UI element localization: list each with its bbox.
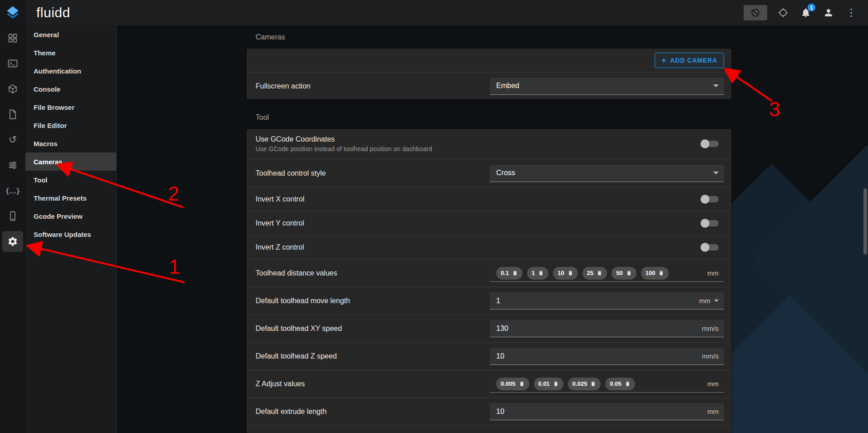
emergency-stop-button[interactable] xyxy=(744,5,767,20)
z-adjust-values-row: Z Adjust values 0.005 0.01 0.025 xyxy=(247,370,731,398)
rail-history-button[interactable]: ↺ xyxy=(0,127,25,153)
move-length-field: mm xyxy=(490,292,724,310)
rail-console-button[interactable] xyxy=(0,51,25,76)
distance-chip[interactable]: 0.1 xyxy=(496,267,523,280)
invert-x-label: Invert X control xyxy=(256,195,305,203)
distance-chip[interactable]: 100 xyxy=(641,267,669,280)
fullscreen-action-value: Embed xyxy=(496,82,519,90)
fullscreen-action-select[interactable]: Embed xyxy=(490,78,724,95)
z-adjust-chip[interactable]: 0.005 xyxy=(496,378,529,390)
chevron-down-icon[interactable] xyxy=(714,300,719,302)
notification-badge: 1 xyxy=(808,4,815,11)
gcode-preview-icon xyxy=(7,84,18,94)
invert-y-toggle[interactable] xyxy=(702,220,719,226)
z-speed-input[interactable] xyxy=(496,352,697,360)
settings-nav-macros[interactable]: Macros xyxy=(25,134,116,153)
dots-vertical-icon: ⋮ xyxy=(846,8,856,18)
z-speed-row: Default toolhead Z speed mm/s xyxy=(247,342,731,370)
cameras-card: + ADD CAMERA Fullscreen action Embed xyxy=(247,49,731,99)
extrude-length-label: Default extrude length xyxy=(256,408,327,416)
toolhead-control-style-row: Toolhead control style Cross xyxy=(247,159,731,187)
z-speed-field: mm/s xyxy=(490,348,724,365)
add-camera-label: ADD CAMERA xyxy=(670,57,717,64)
person-icon xyxy=(823,7,834,18)
z-adjust-chip[interactable]: 0.01 xyxy=(534,378,563,390)
z-adjust-chip[interactable]: 0.025 xyxy=(568,378,601,390)
invert-z-toggle[interactable] xyxy=(702,244,719,251)
z-adjust-unit: mm xyxy=(707,380,719,388)
delete-icon[interactable] xyxy=(658,270,664,276)
settings-nav-general[interactable]: General xyxy=(25,25,116,44)
rail-gcode-preview-button[interactable] xyxy=(0,76,25,102)
move-length-input[interactable] xyxy=(496,297,695,305)
z-adjust-chipfield: 0.005 0.01 0.025 0.05 mm xyxy=(490,375,724,393)
move-length-label: Default toolhead move length xyxy=(256,297,350,305)
delete-icon[interactable] xyxy=(519,381,525,387)
invert-y-label: Invert Y control xyxy=(256,219,304,227)
invert-z-row: Invert Z control xyxy=(247,235,731,259)
toolhead-distance-values-label: Toolhead distance values xyxy=(256,269,337,277)
delete-icon[interactable] xyxy=(512,270,518,276)
cameras-section-title: Cameras xyxy=(256,33,285,41)
nav-rail: ↺ {…} xyxy=(0,25,25,433)
settings-nav-authentication[interactable]: Authentication xyxy=(25,62,116,80)
extrude-length-field: mm xyxy=(490,403,724,420)
settings-nav-cameras[interactable]: Cameras xyxy=(25,153,116,171)
settings-nav-tool[interactable]: Tool xyxy=(25,171,116,189)
delete-icon[interactable] xyxy=(553,381,559,387)
app-logo[interactable] xyxy=(0,0,25,25)
overflow-menu-button[interactable]: ⋮ xyxy=(844,6,858,20)
toolhead-control-style-label: Toolhead control style xyxy=(256,169,326,177)
user-button[interactable] xyxy=(822,6,835,20)
z-adjust-chip[interactable]: 0.05 xyxy=(605,378,635,390)
z-speed-label: Default toolhead Z speed xyxy=(256,352,337,360)
distance-chip[interactable]: 50 xyxy=(612,267,636,280)
toolhead-control-style-select[interactable]: Cross xyxy=(490,165,724,182)
rail-tune-button[interactable] xyxy=(0,153,25,178)
delete-icon[interactable] xyxy=(590,381,596,387)
add-camera-button[interactable]: + ADD CAMERA xyxy=(655,53,724,68)
xy-speed-input[interactable] xyxy=(496,325,697,333)
delete-icon[interactable] xyxy=(597,270,602,276)
fluidd-app: fluidd 1 xyxy=(0,0,868,433)
distance-chip[interactable]: 25 xyxy=(582,267,607,280)
fullscreen-action-label: Fullscreen action xyxy=(256,82,311,90)
settings-nav-theme[interactable]: Theme xyxy=(25,44,116,62)
tune-icon xyxy=(7,160,18,171)
rail-dashboard-button[interactable] xyxy=(0,25,25,51)
delete-icon[interactable] xyxy=(625,381,631,387)
settings-nav-file-editor[interactable]: File Editor xyxy=(25,116,116,134)
chevron-down-icon xyxy=(713,84,719,87)
move-length-unit: mm xyxy=(699,297,710,305)
gcode-coordinates-toggle[interactable] xyxy=(702,141,719,147)
extrude-length-input[interactable] xyxy=(496,408,703,416)
app-title: fluidd xyxy=(36,5,70,20)
rail-system-button[interactable] xyxy=(0,203,25,229)
rail-settings-button[interactable] xyxy=(0,229,25,254)
notifications-button[interactable]: 1 xyxy=(799,6,813,20)
distance-chip[interactable]: 1 xyxy=(527,267,548,280)
distance-chip[interactable]: 10 xyxy=(553,267,577,280)
scrollbar-thumb[interactable] xyxy=(863,188,867,255)
z-adjust-values-label: Z Adjust values xyxy=(256,380,305,388)
rail-configure-button[interactable]: {…} xyxy=(0,178,25,203)
app-bar: fluidd 1 xyxy=(0,0,868,25)
settings-nav-console[interactable]: Console xyxy=(25,80,116,98)
settings-nav-gcode-preview[interactable]: Gcode Preview xyxy=(25,207,116,225)
delete-icon[interactable] xyxy=(538,270,544,276)
rail-jobs-button[interactable] xyxy=(0,102,25,127)
toolhead-distance-values-row: Toolhead distance values 0.1 1 10 xyxy=(247,259,731,287)
cameras-toolbar: + ADD CAMERA xyxy=(247,49,731,72)
xy-speed-field: mm/s xyxy=(490,320,724,337)
gcode-coordinates-subtitle: Use GCode position instead of toolhead p… xyxy=(256,145,432,153)
settings-gear-icon xyxy=(7,236,18,247)
delete-icon[interactable] xyxy=(567,270,573,276)
delete-icon[interactable] xyxy=(626,270,632,276)
invert-y-row: Invert Y control xyxy=(247,211,731,235)
extrude-length-unit: mm xyxy=(707,408,719,415)
settings-nav-file-browser[interactable]: File Browser xyxy=(25,98,116,116)
invert-x-toggle[interactable] xyxy=(702,196,719,202)
settings-nav-software-updates[interactable]: Software Updates xyxy=(25,225,116,243)
host-controls-button[interactable] xyxy=(776,6,790,20)
settings-nav-thermal-presets[interactable]: Thermal Presets xyxy=(25,189,116,207)
